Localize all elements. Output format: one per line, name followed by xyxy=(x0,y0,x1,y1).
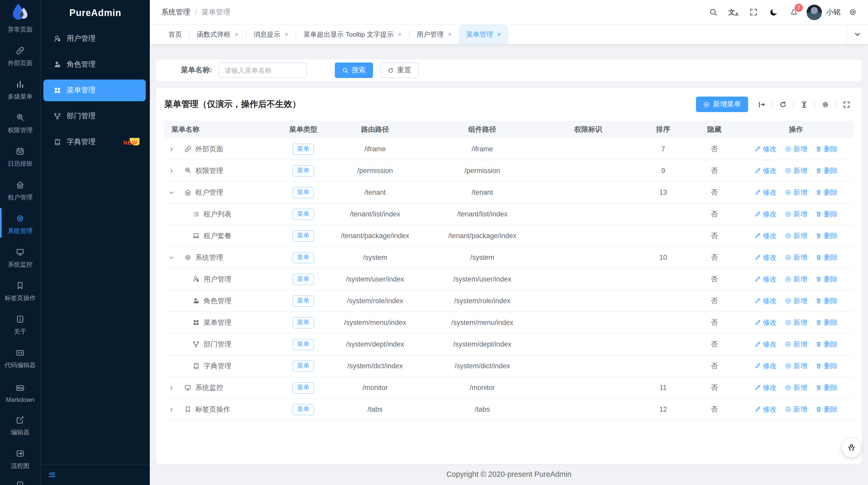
collapse-row-icon[interactable] xyxy=(167,188,176,197)
tabs-dropdown-button[interactable] xyxy=(846,25,868,44)
rail-item-tenant[interactable]: 租户管理 xyxy=(0,172,40,206)
search-submit-button[interactable]: 搜索 xyxy=(335,63,373,78)
row-add-button[interactable]: 新增 xyxy=(784,383,807,392)
row-edit-button[interactable]: 修改 xyxy=(754,340,777,349)
expand-toggle-button[interactable] xyxy=(754,97,769,111)
ui-config-fab-button[interactable] xyxy=(842,439,861,457)
collapse-row-icon[interactable] xyxy=(167,253,176,262)
dark-mode-toggle[interactable] xyxy=(764,0,784,25)
row-delete-button[interactable]: 删除 xyxy=(815,188,838,197)
row-edit-button[interactable]: 修改 xyxy=(754,253,777,262)
row-edit-button[interactable]: 修改 xyxy=(754,209,777,219)
add-menu-button[interactable]: 新增菜单 xyxy=(696,97,748,112)
rail-item-markdown[interactable]: Markdown xyxy=(0,374,40,408)
row-edit-button[interactable]: 修改 xyxy=(754,188,777,197)
row-add-button[interactable]: 新增 xyxy=(784,209,807,219)
rail-item-system[interactable]: 系统管理 xyxy=(0,206,40,240)
username[interactable]: 小铭 xyxy=(826,7,841,17)
close-icon[interactable]: × xyxy=(398,31,402,38)
tab-菜单超出显示 Tooltip 文字提示[interactable]: 菜单超出显示 Tooltip 文字提示× xyxy=(296,25,409,44)
rail-item-multi-level-menu[interactable]: 多级菜单 xyxy=(0,72,40,105)
row-add-button[interactable]: 新增 xyxy=(784,296,807,305)
search-button[interactable] xyxy=(703,0,723,25)
row-edit-button[interactable]: 修改 xyxy=(754,144,777,154)
row-add-button[interactable]: 新增 xyxy=(784,144,807,154)
row-edit-button[interactable]: 修改 xyxy=(754,318,777,327)
sidebar-item-role-management[interactable]: 角色管理 xyxy=(43,54,146,75)
rail-item-flowchart[interactable]: 流程图 xyxy=(0,441,40,475)
close-icon[interactable]: × xyxy=(235,31,239,38)
row-add-button[interactable]: 新增 xyxy=(784,318,807,327)
expand-row-icon[interactable] xyxy=(167,145,176,153)
rail-item-calendar-schedule[interactable]: 日历排班 xyxy=(0,139,40,172)
tab-菜单管理[interactable]: 菜单管理× xyxy=(459,25,508,44)
row-edit-button[interactable]: 修改 xyxy=(754,361,777,370)
rail-item-about[interactable]: 关于 xyxy=(0,307,40,341)
rail-item-tab-operations[interactable]: 标签页操作 xyxy=(0,273,40,307)
sidebar-collapse-button[interactable] xyxy=(41,464,150,485)
rail-item-external-pages[interactable]: 外部页面 xyxy=(0,38,40,72)
row-edit-button[interactable]: 修改 xyxy=(754,405,777,414)
density-button[interactable] xyxy=(797,97,811,111)
row-add-button[interactable]: 新增 xyxy=(784,253,807,262)
rail-item-system-monitor[interactable]: 系统监控 xyxy=(0,240,40,273)
row-delete-button[interactable]: 删除 xyxy=(815,405,838,414)
rail-item-permission[interactable]: 权限管理 xyxy=(0,105,40,139)
row-edit-button[interactable]: 修改 xyxy=(754,296,777,305)
close-icon[interactable]: × xyxy=(497,31,501,38)
row-add-button[interactable]: 新增 xyxy=(784,405,807,414)
row-edit-button[interactable]: 修改 xyxy=(754,274,777,284)
expand-row-icon[interactable] xyxy=(167,405,176,414)
close-icon[interactable]: × xyxy=(284,31,288,38)
row-delete-button[interactable]: 删除 xyxy=(815,144,838,154)
row-add-button[interactable]: 新增 xyxy=(784,231,807,240)
sort-cell: 12 xyxy=(636,406,690,413)
row-add-button[interactable]: 新增 xyxy=(784,274,807,284)
fullscreen-button[interactable] xyxy=(743,0,764,25)
row-add-button[interactable]: 新增 xyxy=(784,188,807,197)
tab-消息提示[interactable]: 消息提示× xyxy=(246,25,296,44)
row-delete-button[interactable]: 删除 xyxy=(815,253,838,262)
row-delete-button[interactable]: 删除 xyxy=(815,383,838,392)
row-delete-button[interactable]: 删除 xyxy=(815,361,838,370)
row-add-button[interactable]: 新增 xyxy=(784,166,807,175)
row-delete-button[interactable]: 删除 xyxy=(815,340,838,349)
expand-row-icon[interactable] xyxy=(167,384,176,392)
row-delete-button[interactable]: 删除 xyxy=(815,209,838,219)
sidebar-item-dict-management[interactable]: 字典管理NEW xyxy=(43,131,146,153)
expand-row-icon[interactable] xyxy=(167,167,176,175)
rail-item-code-editor[interactable]: 代码编辑器 xyxy=(0,341,40,374)
menu-name-input[interactable] xyxy=(218,63,307,78)
avatar[interactable] xyxy=(807,4,822,20)
sidebar-item-menu-management[interactable]: 菜单管理 xyxy=(43,79,146,101)
table-fullscreen-button[interactable] xyxy=(839,97,854,111)
row-edit-button[interactable]: 修改 xyxy=(754,231,777,240)
row-add-button[interactable]: 新增 xyxy=(784,361,807,370)
breadcrumb-item-system[interactable]: 系统管理 xyxy=(161,7,190,17)
reset-button[interactable]: 重置 xyxy=(380,63,418,78)
rail-item-clipped[interactable] xyxy=(16,480,25,485)
translate-button[interactable]: 文A xyxy=(723,0,743,25)
sidebar-item-dept-management[interactable]: 部门管理 xyxy=(43,105,146,127)
app-logo[interactable] xyxy=(0,0,40,25)
row-delete-button[interactable]: 删除 xyxy=(815,318,838,327)
row-delete-button[interactable]: 删除 xyxy=(815,166,838,175)
row-edit-button[interactable]: 修改 xyxy=(754,383,777,392)
rail-item-exception-pages[interactable]: 异常页面 xyxy=(0,25,40,38)
row-add-button[interactable]: 新增 xyxy=(784,340,807,349)
row-delete-button[interactable]: 删除 xyxy=(815,296,838,305)
tab-函数式弹框[interactable]: 函数式弹框× xyxy=(190,25,246,44)
settings-button[interactable] xyxy=(843,0,863,25)
tab-用户管理[interactable]: 用户管理× xyxy=(409,25,459,44)
row-edit-button[interactable]: 修改 xyxy=(754,166,777,175)
row-delete-button[interactable]: 删除 xyxy=(815,274,838,284)
rail-item-editor[interactable]: 编辑器 xyxy=(0,408,40,441)
column-settings-button[interactable] xyxy=(818,97,832,111)
notifications-button[interactable]: 7 xyxy=(784,0,804,25)
sidebar-item-user-management[interactable]: 用户管理 xyxy=(43,28,146,50)
tab-label: 用户管理 xyxy=(417,30,443,39)
close-icon[interactable]: × xyxy=(448,31,452,38)
refresh-table-button[interactable] xyxy=(776,97,790,111)
row-delete-button[interactable]: 删除 xyxy=(815,231,838,240)
tab-首页[interactable]: 首页 xyxy=(161,25,189,44)
